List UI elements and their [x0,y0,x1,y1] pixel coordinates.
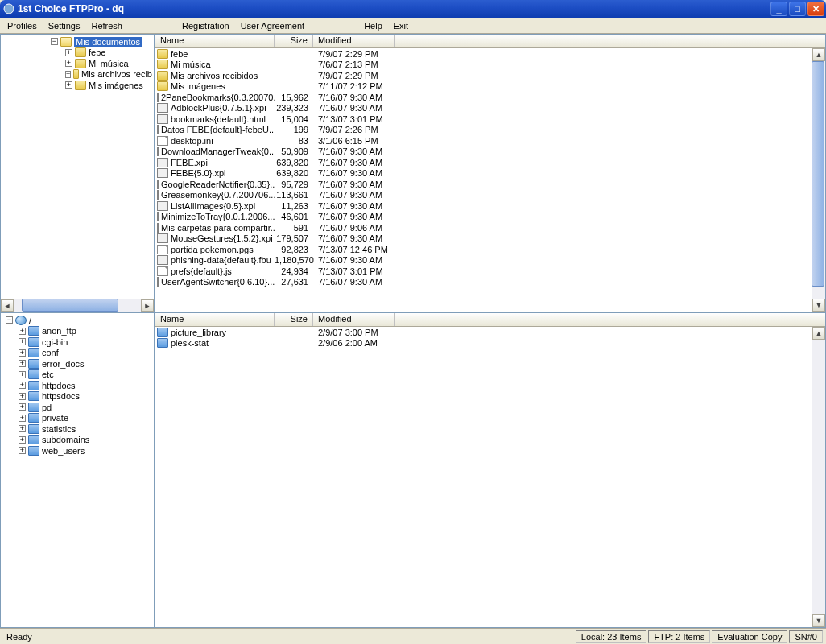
scroll-right-icon[interactable]: ► [141,299,154,312]
expander-icon[interactable]: + [65,49,72,56]
expander-icon[interactable]: + [65,60,72,67]
list-item[interactable]: desktop.ini833/1/06 6:15 PM [155,135,812,147]
list-item[interactable]: ListAllImages{0.5}.xpi11,2637/16/07 9:30… [155,200,812,212]
list-item[interactable]: 2PaneBookmarks{0.3.20070...15,9627/16/07… [155,92,812,103]
list-item[interactable]: Datos FEBE{default}-febeU...1997/9/07 2:… [155,125,812,136]
menu-registration[interactable]: Registration [176,19,235,32]
list-item[interactable]: Mi música7/6/07 2:13 PM [155,60,812,71]
local-file-rows[interactable]: febe7/9/07 2:29 PMMi música7/6/07 2:13 P… [155,48,812,312]
hscroll-thumb[interactable] [22,299,118,312]
remote-file-rows[interactable]: picture_library2/9/07 3:00 PMplesk-stat2… [155,327,812,627]
file-size: 15,962 [275,93,313,102]
tree-node[interactable]: error_docs [42,359,85,369]
menu-settings[interactable]: Settings [43,19,86,32]
list-item[interactable]: prefs{default}.js24,9347/13/07 3:01 PM [155,266,812,277]
list-item[interactable]: partida pokemon.pgs92,8237/13/07 12:46 P… [155,244,812,255]
list-item[interactable]: GoogleReaderNotifier{0.35}...95,7297/16/… [155,179,812,190]
tree-node[interactable]: Mi música [89,59,129,68]
scroll-up-icon[interactable]: ▲ [812,48,825,61]
list-item[interactable]: Mis archivos recibidos7/9/07 2:29 PM [155,70,812,81]
expander-icon[interactable]: − [51,38,58,45]
list-item[interactable]: FEBE{5.0}.xpi639,8207/16/07 9:30 AM [155,168,812,180]
list-item[interactable]: Mis imágenes7/11/07 2:12 PM [155,81,812,93]
close-button[interactable]: ✕ [807,2,824,16]
menu-profiles[interactable]: Profiles [2,19,43,32]
list-item[interactable]: AdblockPlus{0.7.5.1}.xpi239,3237/16/07 9… [155,103,812,114]
expander-icon[interactable]: + [19,436,26,444]
local-vscroll[interactable]: ▲ ▼ [812,48,825,312]
file-modified: 7/16/07 9:30 AM [313,212,395,221]
list-item[interactable]: UserAgentSwitcher{0.6.10}...27,6317/16/0… [155,277,812,288]
tree-node[interactable]: httpdocs [42,381,76,390]
tree-node[interactable]: pd [42,402,52,412]
list-item[interactable]: plesk-stat2/9/06 2:00 AM [155,338,812,349]
tree-node[interactable]: anon_ftp [42,326,76,336]
scroll-down-icon[interactable]: ▼ [812,614,825,627]
tree-node[interactable]: web_users [42,446,85,456]
expander-icon[interactable]: + [19,338,26,345]
menu-help[interactable]: Help [358,19,388,32]
tree-node-root[interactable]: / [29,316,31,325]
menu-user-agreement[interactable]: User Agreement [235,19,310,32]
tree-node[interactable]: Mis imágenes [89,80,143,90]
expander-icon[interactable]: + [19,371,26,378]
col-modified[interactable]: Modified [313,313,395,326]
list-item[interactable]: MouseGestures{1.5.2}.xpi179,5077/16/07 9… [155,233,812,245]
maximize-button[interactable]: □ [789,2,806,16]
list-item[interactable]: DownloadManagerTweak{0...50,9097/16/07 9… [155,147,812,158]
file-modified: 7/9/07 2:26 PM [313,125,395,134]
col-size[interactable]: Size [275,35,313,47]
expander-icon[interactable]: + [65,81,72,89]
tree-node-root[interactable]: Mis documentos [74,37,142,47]
expander-icon[interactable]: + [19,382,26,389]
file-icon [157,201,168,211]
vscroll-thumb[interactable] [812,61,824,287]
col-size[interactable]: Size [275,313,313,326]
expander-icon[interactable]: + [19,415,26,422]
list-item[interactable]: picture_library2/9/07 3:00 PM [155,327,812,338]
expander-icon[interactable]: + [19,360,26,367]
status-sn: SN#0 [789,630,823,643]
remote-vscroll[interactable]: ▲ ▼ [812,327,825,627]
menu-exit[interactable]: Exit [388,19,414,32]
minimize-button[interactable]: _ [770,2,787,16]
expander-icon[interactable]: + [19,328,26,335]
expander-icon[interactable]: − [6,316,13,324]
file-size: 11,263 [275,201,313,211]
local-tree-hscroll[interactable]: ◄ ► [1,299,154,312]
tree-node[interactable]: subdomains [42,435,89,444]
scroll-down-icon[interactable]: ▼ [812,299,825,312]
tree-node[interactable]: statistics [42,424,76,434]
remote-tree[interactable]: −/+anon_ftp+cgi-bin+conf+error_docs+etc+… [0,312,155,628]
expander-icon[interactable]: + [19,393,26,400]
file-modified: 3/1/06 6:15 PM [313,136,395,146]
tree-node[interactable]: httpsdocs [42,391,80,401]
list-item[interactable]: Greasemonkey{0.7.200706...113,6617/16/07… [155,190,812,201]
list-item[interactable]: MinimizeToTray{0.0.1.2006...46,6017/16/0… [155,212,812,223]
list-item[interactable]: phishing-data{default}.fbu1,180,5707/16/… [155,255,812,266]
tree-node[interactable]: Mis archivos recib [81,69,152,79]
list-item[interactable]: bookmarks{default}.html15,0047/13/07 3:0… [155,114,812,125]
expander-icon[interactable]: + [19,403,26,411]
folder-icon [157,71,168,80]
expander-icon[interactable]: + [65,71,71,78]
expander-icon[interactable]: + [19,425,26,432]
list-item[interactable]: Mis carpetas para compartir...5917/16/07… [155,222,812,233]
expander-icon[interactable]: + [19,447,26,454]
list-item[interactable]: FEBE.xpi639,8207/16/07 9:30 AM [155,157,812,168]
scroll-left-icon[interactable]: ◄ [1,299,14,312]
tree-node[interactable]: private [42,413,68,423]
tree-node[interactable]: cgi-bin [42,337,68,347]
scroll-up-icon[interactable]: ▲ [812,327,825,340]
file-modified: 7/16/07 9:30 AM [313,103,395,113]
tree-node[interactable]: febe [89,47,105,57]
tree-node[interactable]: conf [42,348,59,357]
list-item[interactable]: febe7/9/07 2:29 PM [155,48,812,60]
col-name[interactable]: Name [155,35,275,47]
expander-icon[interactable]: + [19,349,26,357]
col-modified[interactable]: Modified [313,35,395,47]
menu-refresh[interactable]: Refresh [85,19,128,32]
col-name[interactable]: Name [155,313,275,326]
local-tree[interactable]: −Mis documentos+febe+Mi música+Mis archi… [0,34,155,312]
tree-node[interactable]: etc [42,369,54,379]
